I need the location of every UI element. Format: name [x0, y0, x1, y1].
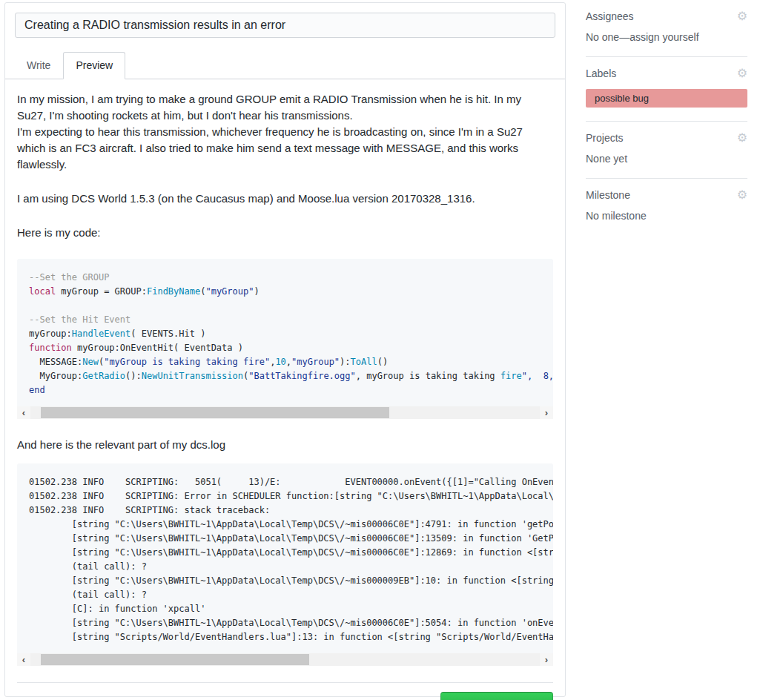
sidebar-section-assignees: Assignees ⚙ No one—assign yourself [586, 0, 747, 57]
issue-preview-body: In my mission, I am trying to make a gro… [5, 79, 565, 666]
gear-icon[interactable]: ⚙ [737, 189, 747, 201]
tab-write[interactable]: Write [14, 52, 63, 79]
paragraph-log-intro: And here is the relevant part of my dcs.… [17, 437, 553, 453]
assignees-value[interactable]: No one—assign yourself [586, 31, 747, 43]
sidebar-section-labels: Labels ⚙ possible bug [586, 57, 747, 122]
dcs-log: 01502.238 INFO SCRIPTING: 5051( 13)/E: E… [17, 463, 553, 653]
code-line: end [29, 383, 541, 397]
code-line: --Set the Hit Event [29, 313, 541, 327]
labels-heading[interactable]: Labels [586, 67, 616, 79]
new-issue-form: WritePreview In my mission, I am trying … [4, 2, 566, 697]
code-line: function myGroup:OnEventHit( EventData ) [29, 341, 541, 355]
milestone-value: No milestone [586, 210, 747, 222]
paragraph-code-intro: Here is my code: [17, 225, 553, 241]
write-preview-tabbar: WritePreview [5, 51, 565, 79]
projects-heading[interactable]: Projects [586, 132, 624, 144]
lua-code-block: --Set the GROUPlocal myGroup = GROUP:Fin… [17, 259, 553, 419]
tab-preview[interactable]: Preview [63, 52, 125, 79]
submit-new-issue-button[interactable]: Submit new issue [440, 692, 553, 700]
label-possible-bug[interactable]: possible bug [586, 89, 747, 108]
milestone-heading[interactable]: Milestone [586, 189, 630, 201]
code-line: myGroup:HandleEvent( EVENTS.Hit ) [29, 327, 541, 341]
assignees-heading[interactable]: Assignees [586, 10, 634, 22]
code-scroll-track[interactable] [30, 406, 540, 419]
sidebar-section-milestone: Milestone ⚙ No milestone [586, 179, 747, 235]
log-line: 01502.238 INFO SCRIPTING: Error in SCHED… [29, 489, 541, 503]
lua-code: --Set the GROUPlocal myGroup = GROUP:Fin… [17, 259, 553, 406]
scroll-right-icon[interactable]: › [540, 653, 553, 666]
log-line: [string "C:\Users\BWHITL~1\AppData\Local… [29, 574, 541, 588]
log-line: [C]: in function 'xpcall' [29, 602, 541, 616]
log-scroll-thumb[interactable] [41, 654, 309, 665]
scroll-left-icon[interactable]: ‹ [17, 406, 30, 419]
code-line: MyGroup:GetRadio():NewUnitTransmission("… [29, 369, 541, 383]
code-line: MESSAGE:New("myGroup is taking taking fi… [29, 355, 541, 369]
log-line: [string "C:\Users\BWHITL~1\AppData\Local… [29, 616, 541, 630]
log-line: [string "C:\Users\BWHITL~1\AppData\Local… [29, 546, 541, 560]
code-scroll-thumb[interactable] [41, 407, 389, 418]
form-footer: M↓ Styling with Markdown is supported Su… [17, 682, 553, 700]
log-line: [string "Scripts/World/EventHandlers.lua… [29, 630, 541, 644]
log-line: (tail call): ? [29, 560, 541, 574]
log-line: [string "C:\Users\BWHITL~1\AppData\Local… [29, 532, 541, 546]
code-line [29, 299, 541, 313]
code-horizontal-scrollbar[interactable]: ‹ › [17, 406, 553, 419]
log-line: 01502.238 INFO SCRIPTING: 5051( 13)/E: E… [29, 475, 541, 489]
paragraph-mission: In my mission, I am trying to make a gro… [17, 91, 553, 173]
log-line: (tail call): ? [29, 588, 541, 602]
scroll-right-icon[interactable]: › [540, 406, 553, 419]
code-line: --Set the GROUP [29, 271, 541, 285]
issue-title-input[interactable] [15, 13, 555, 38]
projects-value: None yet [586, 153, 747, 165]
log-horizontal-scrollbar[interactable]: ‹ › [17, 653, 553, 666]
gear-icon[interactable]: ⚙ [737, 10, 747, 22]
paragraph-versions: I am using DCS World 1.5.3 (on the Cauca… [17, 191, 553, 207]
dcs-log-block: 01502.238 INFO SCRIPTING: 5051( 13)/E: E… [17, 463, 553, 666]
log-line: [string "C:\Users\BWHITL~1\AppData\Local… [29, 518, 541, 532]
issue-sidebar: Assignees ⚙ No one—assign yourself Label… [586, 0, 747, 235]
gear-icon[interactable]: ⚙ [737, 67, 747, 79]
log-scroll-track[interactable] [30, 653, 540, 666]
scroll-left-icon[interactable]: ‹ [17, 653, 30, 666]
gear-icon[interactable]: ⚙ [737, 132, 747, 144]
code-line: local myGroup = GROUP:FindByName("myGrou… [29, 285, 541, 299]
log-line: 01502.238 INFO SCRIPTING: stack tracebac… [29, 503, 541, 518]
sidebar-section-projects: Projects ⚙ None yet [586, 122, 747, 179]
